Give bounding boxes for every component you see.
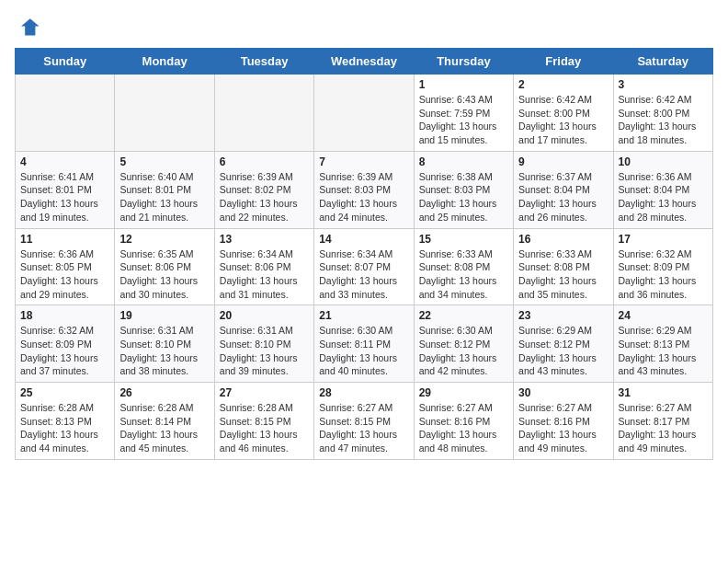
day-number: 12 (119, 233, 209, 246)
day-number: 3 (619, 78, 708, 91)
day-number: 11 (20, 233, 109, 246)
day-info: Sunrise: 6:42 AMSunset: 8:00 PMDaylight:… (518, 93, 608, 147)
day-number: 6 (220, 155, 309, 168)
calendar-cell: 7Sunrise: 6:39 AMSunset: 8:03 PMDaylight… (314, 151, 414, 228)
day-number: 13 (220, 233, 309, 246)
weekday-header-thursday: Thursday (414, 49, 513, 75)
day-info: Sunrise: 6:30 AMSunset: 8:11 PMDaylight:… (319, 324, 408, 378)
day-info: Sunrise: 6:37 AMSunset: 8:04 PMDaylight:… (518, 170, 608, 224)
calendar-cell (214, 75, 313, 152)
calendar-cell: 15Sunrise: 6:33 AMSunset: 8:08 PMDayligh… (414, 228, 513, 305)
day-info: Sunrise: 6:32 AMSunset: 8:09 PMDaylight:… (20, 324, 109, 378)
calendar-cell: 28Sunrise: 6:27 AMSunset: 8:15 PMDayligh… (314, 383, 414, 460)
day-number: 24 (619, 309, 708, 322)
calendar-cell: 25Sunrise: 6:28 AMSunset: 8:13 PMDayligh… (16, 383, 115, 460)
calendar-cell: 19Sunrise: 6:31 AMSunset: 8:10 PMDayligh… (115, 305, 214, 383)
day-info: Sunrise: 6:36 AMSunset: 8:04 PMDaylight:… (619, 170, 708, 224)
calendar-cell: 24Sunrise: 6:29 AMSunset: 8:13 PMDayligh… (613, 305, 712, 383)
logo-icon (15, 15, 40, 40)
day-info: Sunrise: 6:35 AMSunset: 8:06 PMDaylight:… (119, 247, 209, 302)
day-number: 10 (619, 155, 708, 168)
day-info: Sunrise: 6:38 AMSunset: 8:03 PMDaylight:… (419, 170, 508, 224)
day-number: 23 (518, 309, 608, 322)
day-info: Sunrise: 6:33 AMSunset: 8:08 PMDaylight:… (419, 247, 508, 302)
day-info: Sunrise: 6:33 AMSunset: 8:08 PMDaylight:… (518, 247, 608, 302)
calendar-cell: 3Sunrise: 6:42 AMSunset: 8:00 PMDaylight… (613, 75, 712, 152)
calendar-cell: 1Sunrise: 6:43 AMSunset: 7:59 PMDaylight… (414, 75, 513, 152)
day-number: 25 (20, 386, 109, 399)
day-info: Sunrise: 6:34 AMSunset: 8:07 PMDaylight:… (319, 247, 408, 302)
calendar-cell: 26Sunrise: 6:28 AMSunset: 8:14 PMDayligh… (115, 383, 214, 460)
calendar-cell: 8Sunrise: 6:38 AMSunset: 8:03 PMDaylight… (414, 151, 513, 228)
calendar-cell: 21Sunrise: 6:30 AMSunset: 8:11 PMDayligh… (314, 305, 414, 383)
calendar-cell: 14Sunrise: 6:34 AMSunset: 8:07 PMDayligh… (314, 228, 414, 305)
day-info: Sunrise: 6:40 AMSunset: 8:01 PMDaylight:… (119, 170, 209, 224)
day-number: 30 (518, 386, 608, 399)
day-number: 19 (119, 309, 209, 322)
calendar-cell: 4Sunrise: 6:41 AMSunset: 8:01 PMDaylight… (16, 151, 115, 228)
calendar-cell (16, 75, 115, 152)
day-number: 2 (518, 78, 608, 91)
header (15, 15, 713, 40)
day-number: 1 (419, 78, 508, 91)
day-info: Sunrise: 6:36 AMSunset: 8:05 PMDaylight:… (20, 247, 109, 302)
day-info: Sunrise: 6:28 AMSunset: 8:14 PMDaylight:… (119, 401, 209, 455)
day-number: 17 (619, 233, 708, 246)
day-info: Sunrise: 6:31 AMSunset: 8:10 PMDaylight:… (119, 324, 209, 378)
logo (15, 15, 44, 40)
weekday-header-saturday: Saturday (613, 49, 712, 75)
calendar-cell: 18Sunrise: 6:32 AMSunset: 8:09 PMDayligh… (16, 305, 115, 383)
weekday-header-friday: Friday (514, 49, 613, 75)
calendar-cell: 29Sunrise: 6:27 AMSunset: 8:16 PMDayligh… (414, 383, 513, 460)
day-number: 20 (220, 309, 309, 322)
calendar-cell: 20Sunrise: 6:31 AMSunset: 8:10 PMDayligh… (214, 305, 313, 383)
calendar-cell: 31Sunrise: 6:27 AMSunset: 8:17 PMDayligh… (613, 383, 712, 460)
calendar-cell: 23Sunrise: 6:29 AMSunset: 8:12 PMDayligh… (514, 305, 613, 383)
calendar-cell: 13Sunrise: 6:34 AMSunset: 8:06 PMDayligh… (214, 228, 313, 305)
calendar-cell: 5Sunrise: 6:40 AMSunset: 8:01 PMDaylight… (115, 151, 214, 228)
day-info: Sunrise: 6:41 AMSunset: 8:01 PMDaylight:… (20, 170, 109, 224)
day-number: 5 (119, 155, 209, 168)
calendar-cell: 9Sunrise: 6:37 AMSunset: 8:04 PMDaylight… (514, 151, 613, 228)
calendar-table: SundayMondayTuesdayWednesdayThursdayFrid… (15, 48, 713, 460)
day-number: 27 (220, 386, 309, 399)
day-number: 15 (419, 233, 508, 246)
calendar-cell: 12Sunrise: 6:35 AMSunset: 8:06 PMDayligh… (115, 228, 214, 305)
day-info: Sunrise: 6:31 AMSunset: 8:10 PMDaylight:… (220, 324, 309, 378)
day-info: Sunrise: 6:28 AMSunset: 8:15 PMDaylight:… (220, 401, 309, 455)
weekday-header-wednesday: Wednesday (314, 49, 414, 75)
day-number: 29 (419, 386, 508, 399)
calendar-cell: 10Sunrise: 6:36 AMSunset: 8:04 PMDayligh… (613, 151, 712, 228)
day-number: 9 (518, 155, 608, 168)
day-number: 31 (619, 386, 708, 399)
day-number: 4 (20, 155, 109, 168)
calendar-cell (115, 75, 214, 152)
day-number: 28 (319, 386, 408, 399)
day-info: Sunrise: 6:43 AMSunset: 7:59 PMDaylight:… (419, 93, 508, 147)
day-number: 26 (119, 386, 209, 399)
day-info: Sunrise: 6:39 AMSunset: 8:03 PMDaylight:… (319, 170, 408, 224)
day-number: 8 (419, 155, 508, 168)
calendar-cell (314, 75, 414, 152)
day-info: Sunrise: 6:34 AMSunset: 8:06 PMDaylight:… (220, 247, 309, 302)
weekday-header-sunday: Sunday (16, 49, 115, 75)
day-number: 21 (319, 309, 408, 322)
day-info: Sunrise: 6:39 AMSunset: 8:02 PMDaylight:… (220, 170, 309, 224)
day-number: 16 (518, 233, 608, 246)
day-info: Sunrise: 6:27 AMSunset: 8:17 PMDaylight:… (619, 401, 708, 455)
day-info: Sunrise: 6:27 AMSunset: 8:15 PMDaylight:… (319, 401, 408, 455)
day-info: Sunrise: 6:28 AMSunset: 8:13 PMDaylight:… (20, 401, 109, 455)
day-info: Sunrise: 6:29 AMSunset: 8:12 PMDaylight:… (518, 324, 608, 378)
calendar-cell: 17Sunrise: 6:32 AMSunset: 8:09 PMDayligh… (613, 228, 712, 305)
day-info: Sunrise: 6:27 AMSunset: 8:16 PMDaylight:… (518, 401, 608, 455)
day-info: Sunrise: 6:29 AMSunset: 8:13 PMDaylight:… (619, 324, 708, 378)
day-info: Sunrise: 6:27 AMSunset: 8:16 PMDaylight:… (419, 401, 508, 455)
day-info: Sunrise: 6:42 AMSunset: 8:00 PMDaylight:… (619, 93, 708, 147)
weekday-header-monday: Monday (115, 49, 214, 75)
day-number: 18 (20, 309, 109, 322)
calendar-cell: 2Sunrise: 6:42 AMSunset: 8:00 PMDaylight… (514, 75, 613, 152)
calendar-cell: 22Sunrise: 6:30 AMSunset: 8:12 PMDayligh… (414, 305, 513, 383)
day-number: 22 (419, 309, 508, 322)
calendar-cell: 27Sunrise: 6:28 AMSunset: 8:15 PMDayligh… (214, 383, 313, 460)
day-info: Sunrise: 6:30 AMSunset: 8:12 PMDaylight:… (419, 324, 508, 378)
